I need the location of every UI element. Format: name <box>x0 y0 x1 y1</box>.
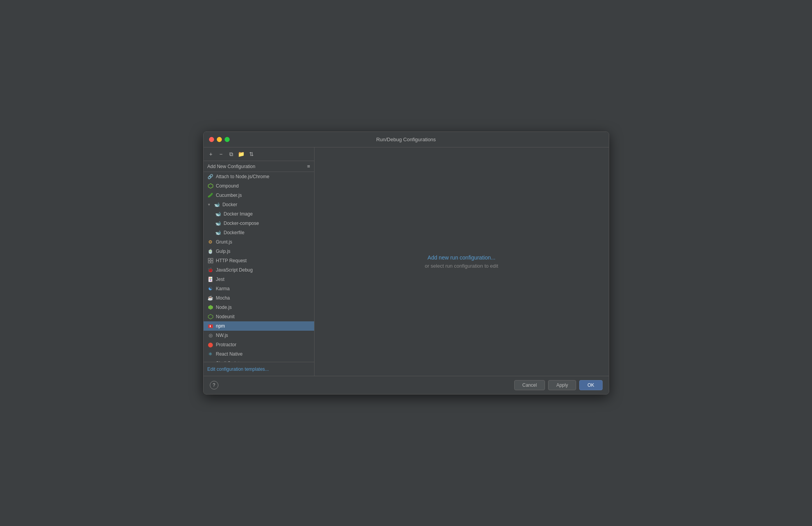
grunt-icon: ⚙ <box>207 239 214 245</box>
dialog-body: + − ⧉ 📁 ⇅ Add New Configuration ≡ <box>204 147 609 376</box>
npm-icon <box>207 323 214 329</box>
karma-icon: ☯ <box>207 286 214 292</box>
list-item[interactable]: ⚛ React Native <box>204 349 314 359</box>
svg-marker-5 <box>208 305 213 310</box>
list-item[interactable]: 🐞 JavaScript Debug <box>204 265 314 275</box>
run-debug-dialog: Run/Debug Configurations + − ⧉ 📁 ⇅ <box>203 132 609 394</box>
jsdebug-icon: 🐞 <box>207 267 214 273</box>
protractor-icon: ⬤ <box>207 342 214 348</box>
add-config-link[interactable]: Add new run configuration... <box>425 254 498 261</box>
item-label: Gulp.js <box>216 249 230 254</box>
item-label: HTTP Request <box>216 258 247 263</box>
docker-image-icon: 🐋 <box>215 211 221 217</box>
remove-config-button[interactable]: − <box>217 150 225 158</box>
header-sort-button[interactable]: ≡ <box>307 163 310 169</box>
item-label: npm <box>216 323 225 329</box>
svg-marker-6 <box>208 314 213 319</box>
svg-rect-8 <box>210 325 211 327</box>
sort-icon: ⇅ <box>249 151 254 157</box>
list-item[interactable]: HTTP Request <box>204 256 314 265</box>
svg-rect-3 <box>208 261 210 263</box>
item-label: Protractor <box>216 342 237 347</box>
item-label: JavaScript Debug <box>216 267 253 273</box>
list-item[interactable]: ⬤ Protractor <box>204 340 314 349</box>
http-icon <box>207 258 214 264</box>
item-label: Compound <box>216 183 239 189</box>
item-label: Nodeunit <box>216 314 235 319</box>
svg-marker-0 <box>208 184 213 188</box>
item-label: Grunt.js <box>216 239 232 245</box>
item-label: Docker <box>222 202 237 207</box>
list-item[interactable]: ⚙ Grunt.js <box>204 237 314 247</box>
sidebar-list[interactable]: 🔗 Attach to Node.js/Chrome Compound 🥒 Cu… <box>204 172 314 362</box>
docker-icon: 🐋 <box>214 202 220 208</box>
help-button[interactable]: ? <box>210 381 218 389</box>
apply-button[interactable]: Apply <box>548 380 576 390</box>
footer-left: ? <box>210 381 218 389</box>
sidebar-toolbar: + − ⧉ 📁 ⇅ <box>204 147 314 161</box>
dialog-footer: ? Cancel Apply OK <box>204 376 609 394</box>
list-item[interactable]: 🥒 Cucumber.js <box>204 191 314 200</box>
list-item[interactable]: ☕ Mocha <box>204 293 314 303</box>
docker-compose-icon: 🐋 <box>215 220 221 226</box>
list-item[interactable]: 🐋 Dockerfile <box>204 228 314 237</box>
sidebar-footer: Edit configuration templates... <box>204 362 314 376</box>
edit-templates-link[interactable]: Edit configuration templates... <box>207 366 269 372</box>
item-label: Node.js <box>216 305 232 310</box>
react-native-icon: ⚛ <box>207 351 214 357</box>
copy-icon: ⧉ <box>229 151 233 158</box>
compound-icon <box>207 183 214 189</box>
list-item[interactable]: 🃏 Jest <box>204 275 314 284</box>
item-label: Cucumber.js <box>216 193 242 198</box>
item-label: NW.js <box>216 333 228 338</box>
add-new-header: Add New Configuration ≡ <box>204 161 314 172</box>
item-label: Jest <box>216 277 225 282</box>
sidebar: + − ⧉ 📁 ⇅ Add New Configuration ≡ <box>204 147 315 376</box>
main-content: Add new run configuration... or select r… <box>315 147 609 376</box>
nodeunit-icon <box>207 314 214 320</box>
item-label: Docker-compose <box>224 221 259 226</box>
item-label: Karma <box>216 286 230 291</box>
list-item[interactable]: 🐋 Docker Image <box>204 209 314 219</box>
close-button[interactable] <box>209 137 214 142</box>
folder-icon: 📁 <box>238 151 244 157</box>
list-item[interactable]: 🔗 Attach to Node.js/Chrome <box>204 172 314 181</box>
expand-arrow: ▼ <box>207 203 211 207</box>
title-bar: Run/Debug Configurations <box>204 132 609 147</box>
jest-icon: 🃏 <box>207 276 214 282</box>
select-config-text: or select run configuration to edit <box>425 263 498 269</box>
nodejs-icon <box>207 304 214 310</box>
main-message: Add new run configuration... or select r… <box>425 254 498 269</box>
npm-list-item[interactable]: npm <box>204 321 314 331</box>
cancel-button[interactable]: Cancel <box>514 380 545 390</box>
list-item[interactable]: ◎ NW.js <box>204 331 314 340</box>
list-item[interactable]: 🍵 Gulp.js <box>204 247 314 256</box>
list-item[interactable]: Nodeunit <box>204 312 314 321</box>
list-item[interactable]: 🐋 Docker-compose <box>204 219 314 228</box>
dialog-title: Run/Debug Configurations <box>376 137 436 142</box>
ok-button[interactable]: OK <box>579 380 602 390</box>
folder-button[interactable]: 📁 <box>237 150 246 158</box>
list-item[interactable]: ▼ 🐋 Docker <box>204 200 314 209</box>
item-label: Attach to Node.js/Chrome <box>216 174 269 179</box>
add-config-button[interactable]: + <box>207 150 215 158</box>
svg-rect-2 <box>211 258 213 260</box>
cucumber-icon: 🥒 <box>207 192 214 198</box>
list-item[interactable]: ☯ Karma <box>204 284 314 293</box>
list-item[interactable]: ▤ Shell Script <box>204 359 314 362</box>
traffic-lights <box>209 137 230 142</box>
gulp-icon: 🍵 <box>207 248 214 254</box>
nwjs-icon: ◎ <box>207 332 214 338</box>
minimize-button[interactable] <box>217 137 222 142</box>
copy-config-button[interactable]: ⧉ <box>227 150 236 158</box>
svg-rect-1 <box>208 258 210 260</box>
sort-button[interactable]: ⇅ <box>247 150 256 158</box>
maximize-button[interactable] <box>225 137 230 142</box>
list-item[interactable]: Compound <box>204 181 314 191</box>
item-label: Mocha <box>216 295 230 301</box>
item-label: React Native <box>216 351 243 357</box>
footer-right: Cancel Apply OK <box>514 380 603 390</box>
dockerfile-icon: 🐋 <box>215 230 221 236</box>
list-item[interactable]: Node.js <box>204 303 314 312</box>
item-label: Docker Image <box>224 211 253 217</box>
